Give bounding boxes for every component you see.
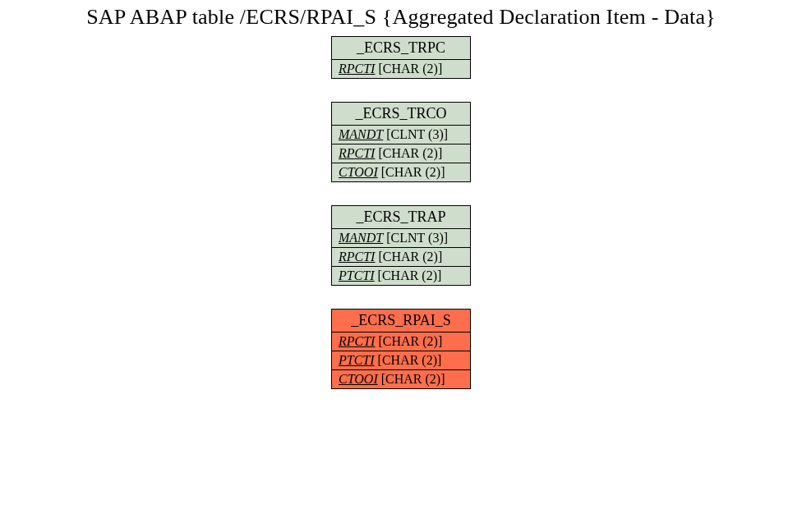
field-type: [CLNT (3)] bbox=[386, 231, 448, 245]
entity-field: RPCTI [CHAR (2)] bbox=[332, 247, 470, 266]
page-title: SAP ABAP table /ECRS/RPAI_S {Aggregated … bbox=[0, 0, 802, 36]
entity-field: MANDT [CLNT (3)] bbox=[332, 126, 470, 144]
field-name: CTOOI bbox=[339, 372, 378, 386]
field-type: [CHAR (2)] bbox=[378, 250, 442, 264]
field-type: [CHAR (2)] bbox=[378, 62, 442, 76]
entity-field: RPCTI [CHAR (2)] bbox=[332, 332, 470, 351]
entity-header: _ECRS_TRPC bbox=[332, 37, 470, 60]
entity-header: _ECRS_TRAP bbox=[332, 206, 470, 229]
entity-header: _ECRS_TRCO bbox=[332, 103, 470, 126]
entity-field: RPCTI [CHAR (2)] bbox=[332, 144, 470, 163]
entity-ecrs-trco: _ECRS_TRCO MANDT [CLNT (3)] RPCTI [CHAR … bbox=[331, 102, 471, 182]
entity-ecrs-trpc: _ECRS_TRPC RPCTI [CHAR (2)] bbox=[331, 36, 471, 79]
field-name: RPCTI bbox=[339, 334, 375, 348]
entity-field: PTCTI [CHAR (2)] bbox=[332, 266, 470, 285]
field-type: [CHAR (2)] bbox=[381, 372, 445, 386]
field-type: [CHAR (2)] bbox=[378, 353, 442, 367]
entity-field: MANDT [CLNT (3)] bbox=[332, 229, 470, 247]
entity-ecrs-trap: _ECRS_TRAP MANDT [CLNT (3)] RPCTI [CHAR … bbox=[331, 205, 471, 286]
field-name: RPCTI bbox=[339, 146, 375, 160]
field-name: PTCTI bbox=[339, 353, 375, 367]
field-type: [CHAR (2)] bbox=[378, 334, 442, 348]
field-name: RPCTI bbox=[339, 62, 375, 76]
field-type: [CLNT (3)] bbox=[386, 127, 448, 141]
entity-ecrs-rpai-s: _ECRS_RPAI_S RPCTI [CHAR (2)] PTCTI [CHA… bbox=[331, 309, 471, 389]
field-name: PTCTI bbox=[339, 268, 375, 282]
diagram-stack: _ECRS_TRPC RPCTI [CHAR (2)] _ECRS_TRCO M… bbox=[0, 36, 802, 389]
entity-field: RPCTI [CHAR (2)] bbox=[332, 60, 470, 78]
entity-header: _ECRS_RPAI_S bbox=[332, 310, 470, 332]
field-name: RPCTI bbox=[339, 250, 375, 264]
entity-field: CTOOI [CHAR (2)] bbox=[332, 163, 470, 181]
entity-field: CTOOI [CHAR (2)] bbox=[332, 369, 470, 388]
entity-field: PTCTI [CHAR (2)] bbox=[332, 351, 470, 369]
field-name: CTOOI bbox=[339, 165, 378, 179]
field-type: [CHAR (2)] bbox=[378, 146, 442, 160]
field-type: [CHAR (2)] bbox=[381, 165, 445, 179]
field-type: [CHAR (2)] bbox=[378, 268, 442, 282]
field-name: MANDT bbox=[339, 231, 383, 245]
field-name: MANDT bbox=[339, 127, 383, 141]
